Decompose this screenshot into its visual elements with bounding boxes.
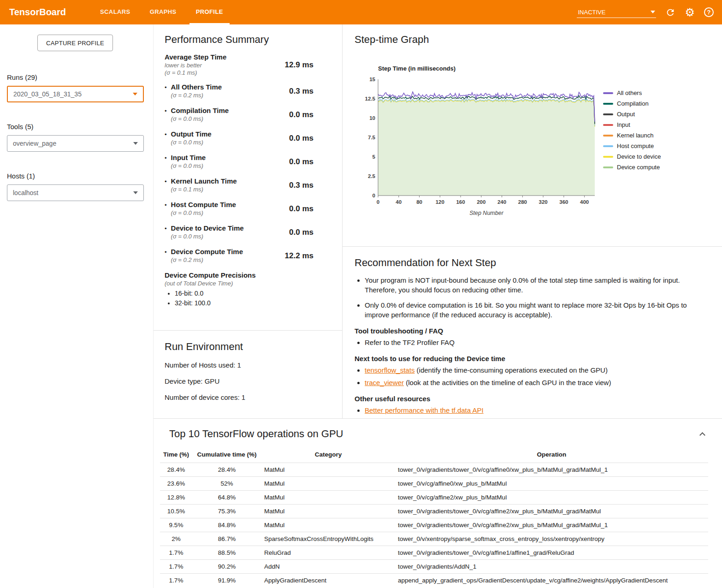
tab-profile[interactable]: PROFILE [189, 0, 230, 24]
bullet-icon: • [165, 83, 167, 92]
step-time-chart-canvas: 02.557.51012.515040801201602002402803203… [362, 76, 598, 220]
table-row: 9.5%84.8%MatMultower_0/v/gradients/tower… [160, 518, 708, 532]
chevron-up-icon [699, 432, 705, 438]
bullet-icon: • [165, 130, 167, 139]
tool-suggestion: tensorflow_stats (identify the time-cons… [365, 365, 704, 375]
metric-label: All Others Time [171, 83, 290, 92]
legend-swatch-icon [603, 124, 613, 126]
run-environment-lines: Number of Hosts used: 1Device type: GPUN… [165, 361, 331, 401]
hosts-label: Hosts (1) [7, 172, 153, 180]
metric-text: Kernel Launch Time(σ = 0.1 ms) [171, 177, 290, 193]
tool-link-trace-viewer[interactable]: trace_viewer [365, 379, 404, 386]
legend-swatch-icon [603, 92, 613, 94]
cumulative-cell: 28.4% [192, 463, 261, 477]
run-environment-line: Number of device cores: 1 [165, 393, 331, 401]
settings-gear-icon[interactable]: ⚙ [685, 7, 695, 18]
right-column: Step-time Graph Step Time (in millisecon… [343, 24, 722, 418]
time-cell: 28.4% [160, 463, 192, 477]
other-resources-heading: Other useful resources [355, 395, 704, 403]
legend-swatch-icon [603, 145, 613, 147]
metric-label: Kernel Launch Time [171, 177, 290, 186]
cumulative-cell: 75.3% [192, 505, 261, 518]
reload-status-value: INACTIVE [578, 9, 605, 16]
perf-summary-item: •Input Time(σ = 0.0 ms)0.0 ms [165, 154, 331, 170]
metric-sigma: (σ = 0.0 ms) [171, 209, 290, 217]
legend-item-device-compute: Device compute [603, 164, 661, 171]
hosts-select[interactable]: localhost [7, 184, 144, 201]
x-axis-tick-label: 240 [497, 199, 506, 205]
refresh-icon[interactable] [665, 7, 675, 18]
tab-scalars[interactable]: SCALARS [94, 0, 137, 24]
top-ops-table: Time (%)Cumulative time (%)CategoryOpera… [160, 446, 708, 587]
metric-label: Host Compute Time [171, 201, 290, 209]
bullet-icon: • [165, 107, 167, 116]
x-axis-label: Step Number [469, 210, 503, 216]
time-cell: 10.5% [160, 505, 192, 518]
y-axis-tick-label: 0 [373, 193, 375, 198]
metric-sigma: (σ = 0.0 ms) [171, 233, 290, 240]
step-time-graph-title: Step-time Graph [355, 34, 713, 46]
metric-value: 0.3 ms [289, 181, 314, 190]
legend-label: All others [617, 89, 642, 96]
category-cell: MatMul [261, 491, 395, 505]
metric-label: Device Compute Time [171, 248, 285, 256]
help-icon[interactable]: ? [704, 7, 714, 17]
bullet-icon: • [165, 177, 167, 186]
capture-profile-button[interactable]: CAPTURE PROFILE [37, 35, 113, 51]
cumulative-cell: 64.8% [192, 491, 261, 505]
tool-link-tensorflow-stats[interactable]: tensorflow_stats [365, 366, 414, 374]
chevron-down-icon [651, 11, 655, 13]
tab-graphs[interactable]: GRAPHS [143, 0, 183, 24]
collapse-button[interactable] [696, 428, 708, 440]
precision-item: 32-bit: 100.0 [175, 299, 331, 307]
y-axis-tick-label: 10 [369, 115, 375, 121]
x-axis-tick-label: 120 [436, 199, 444, 205]
bullet-icon: • [165, 248, 167, 257]
legend-label: Kernel launch [617, 132, 654, 139]
legend-item-input: Input [603, 121, 661, 128]
metric-label: Device to Device Time [171, 224, 290, 233]
main-content: Performance Summary Average Step Time lo… [154, 24, 722, 588]
legend-label: Host compute [617, 143, 654, 149]
metric-value: 0.0 ms [289, 110, 314, 119]
operation-cell: tower_0/v/xentropy/sparse_softmax_cross_… [395, 532, 708, 546]
table-row: 1.7%90.2%AddNtower_0/v/gradients/AddN_1 [160, 560, 708, 574]
x-axis-tick-label: 400 [580, 199, 589, 205]
faq-heading: Tool troubleshooting / FAQ [355, 327, 704, 335]
performance-summary-column: Performance Summary Average Step Time lo… [154, 24, 343, 418]
legend-label: Device compute [617, 164, 660, 171]
metric-sigma: (σ = 0.0 ms) [171, 115, 290, 123]
faq-item: Refer to the TF2 Profiler FAQ [365, 338, 704, 347]
device-compute-precisions: Device Compute Precisions (out of Total … [165, 271, 331, 307]
time-cell: 2% [160, 532, 192, 546]
performance-summary-card: Performance Summary Average Step Time lo… [154, 24, 342, 331]
metric-value: 0.3 ms [289, 87, 314, 96]
tools-label: Tools (5) [7, 123, 153, 131]
metric-note: lower is better [165, 62, 226, 69]
time-cell: 1.7% [160, 546, 192, 560]
tools-select-value: overview_page [13, 140, 56, 147]
y-axis-tick-label: 7.5 [368, 135, 376, 140]
cumulative-cell: 84.8% [192, 518, 261, 532]
tfdata-performance-link[interactable]: Better performance with the tf.data API [365, 406, 484, 414]
help-icon-glyph: ? [704, 7, 714, 17]
metric-label: Compilation Time [171, 107, 290, 115]
perf-summary-item: •Kernel Launch Time(σ = 0.1 ms)0.3 ms [165, 177, 331, 193]
legend-item-all-others: All others [603, 89, 661, 96]
reload-status-select[interactable]: INACTIVE [577, 7, 656, 18]
operation-cell: tower_0/v/gradients/tower_0/v/cg/affine1… [395, 546, 708, 560]
metric-value: 0.0 ms [289, 204, 314, 214]
bullet-icon: • [165, 224, 167, 233]
legend-item-output: Output [603, 111, 661, 118]
run-environment-card: Run Environment Number of Hosts used: 1D… [154, 331, 342, 411]
legend-swatch-icon [603, 156, 613, 158]
chart-legend: All othersCompilationOutputInputKernel l… [603, 89, 661, 174]
cumulative-cell: 86.7% [192, 532, 261, 546]
recommendation-bullet: Only 0.0% of device computation is 16 bi… [365, 300, 704, 320]
tools-select[interactable]: overview_page [7, 135, 144, 152]
metric-label: Output Time [171, 130, 290, 139]
category-cell: MatMul [261, 477, 395, 491]
runs-select[interactable]: 2020_03_05_18_31_35 [7, 86, 144, 102]
performance-summary-title: Performance Summary [165, 34, 331, 46]
legend-item-device-to-device: Device to device [603, 153, 661, 160]
